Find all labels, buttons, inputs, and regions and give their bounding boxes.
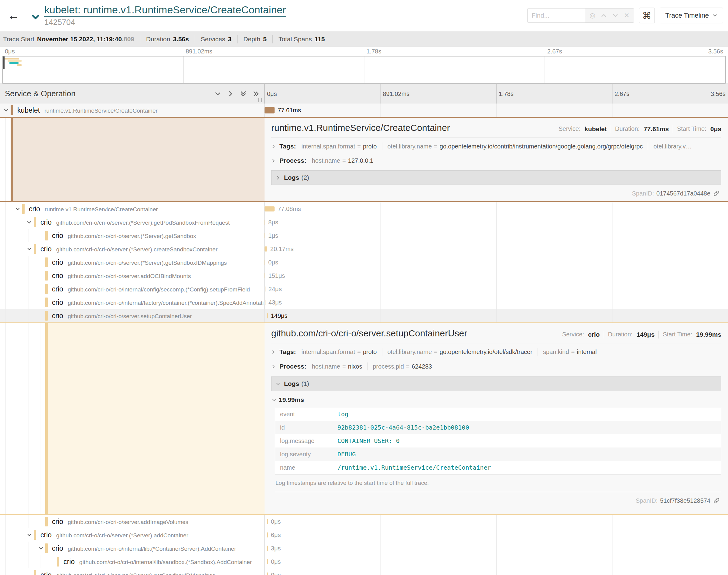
span-name-cell[interactable]: criogithub.com/cri-o/cri-o/server.(*Serv… <box>0 242 265 256</box>
span-name-cell[interactable]: crioruntime.v1.RuntimeService/CreateCont… <box>0 202 265 215</box>
keyboard-shortcuts-button[interactable]: ⌘ <box>639 8 655 23</box>
service-name[interactable]: crio <box>52 518 63 526</box>
span-duration-bar[interactable] <box>267 559 268 564</box>
service-name[interactable]: crio <box>52 544 63 552</box>
span-row[interactable]: criogithub.com/cri-o/cri-o/server.(*Serv… <box>0 229 728 242</box>
service-name[interactable]: crio <box>52 272 63 280</box>
service-name[interactable]: kubelet <box>17 106 40 114</box>
trace-view-selector[interactable]: Trace Timeline <box>660 8 723 23</box>
span-duration-bar[interactable] <box>265 107 274 113</box>
span-name-cell[interactable]: criogithub.com/cri-o/cri-o/server.(*Serv… <box>0 528 265 542</box>
span-row[interactable]: crioruntime.v1.RuntimeService/CreateCont… <box>0 202 728 215</box>
span-name-cell[interactable]: criogithub.com/cri-o/cri-o/server.(*Serv… <box>0 256 265 269</box>
span-row[interactable]: criogithub.com/cri-o/cri-o/server.(*Serv… <box>0 528 728 542</box>
span-timeline-cell[interactable]: 8μs <box>265 215 728 229</box>
service-name[interactable]: crio <box>40 245 52 253</box>
find-input[interactable] <box>528 8 585 23</box>
span-timeline-cell[interactable]: 0μs <box>265 568 728 575</box>
span-duration-bar[interactable] <box>265 273 265 278</box>
service-name[interactable]: crio <box>29 205 40 213</box>
span-row[interactable]: criogithub.com/cri-o/cri-o/internal/fact… <box>0 296 728 309</box>
span-row[interactable]: criogithub.com/cri-o/cri-o/server.setupC… <box>0 309 728 323</box>
chevron-right-icon[interactable] <box>227 91 234 97</box>
tags-accordion[interactable]: Tags: internal.span.format=protootel.lib… <box>271 345 721 359</box>
span-timeline-cell[interactable]: 77.61ms <box>265 104 728 117</box>
link-icon[interactable] <box>713 497 720 504</box>
service-name[interactable]: crio <box>52 232 63 240</box>
span-name-cell[interactable]: criogithub.com/cri-o/cri-o/internal/lib/… <box>0 555 265 568</box>
span-timeline-cell[interactable]: 1μs <box>265 229 728 242</box>
span-row[interactable]: criogithub.com/cri-o/cri-o/server.(*Serv… <box>0 215 728 229</box>
span-timeline-cell[interactable]: 43μs <box>265 296 728 309</box>
minimap-scrubber[interactable] <box>3 57 5 69</box>
span-row[interactable]: criogithub.com/cri-o/cri-o/server.(*Serv… <box>0 256 728 269</box>
expand-chevron-icon[interactable] <box>14 206 21 212</box>
span-duration-bar[interactable] <box>267 533 268 538</box>
log-entry-toggle[interactable]: 19.99ms <box>272 396 721 403</box>
span-name-cell[interactable]: criogithub.com/cri-o/cri-o/server.setupC… <box>0 309 265 323</box>
chevron-down-icon[interactable] <box>214 91 221 97</box>
span-row[interactable]: criogithub.com/cri-o/cri-o/internal/lib/… <box>0 555 728 568</box>
service-name[interactable]: crio <box>40 218 52 226</box>
span-duration-bar[interactable] <box>267 519 268 524</box>
span-duration-bar[interactable] <box>265 260 265 265</box>
span-timeline-cell[interactable]: 77.08ms <box>265 202 728 215</box>
collapse-header-chevron-icon[interactable] <box>31 12 40 22</box>
clear-search-icon[interactable]: ✕ <box>624 12 629 19</box>
span-name-cell[interactable]: kubeletruntime.v1.RuntimeService/CreateC… <box>0 104 265 117</box>
service-name[interactable]: crio <box>52 258 63 266</box>
logs-accordion[interactable]: Logs (2) <box>271 170 721 185</box>
column-resizer-handle[interactable] <box>258 98 262 102</box>
span-duration-bar[interactable] <box>267 573 268 575</box>
chevron-up-icon[interactable] <box>601 12 607 19</box>
expand-chevron-icon[interactable] <box>37 546 44 551</box>
service-name[interactable]: crio <box>40 531 52 539</box>
span-timeline-cell[interactable]: 149μs <box>265 309 728 323</box>
service-name[interactable]: crio <box>52 298 63 306</box>
span-row[interactable]: criogithub.com/cri-o/cri-o/internal/lib.… <box>0 542 728 555</box>
chevron-down-icon[interactable] <box>612 12 618 19</box>
span-duration-bar[interactable] <box>265 286 265 292</box>
span-name-cell[interactable]: criogithub.com/cri-o/cri-o/server.(*Serv… <box>0 229 265 242</box>
span-timeline-cell[interactable]: 20.17ms <box>265 242 728 256</box>
span-name-cell[interactable]: criogithub.com/cri-o/cri-o/server.(*Serv… <box>0 215 265 229</box>
service-name[interactable]: crio <box>52 285 63 293</box>
expand-chevron-icon[interactable] <box>26 220 33 225</box>
process-accordion[interactable]: Process: host.name=nixosprocess.pid=6242… <box>271 359 721 374</box>
span-timeline-cell[interactable]: 3μs <box>265 542 728 555</box>
span-duration-bar[interactable] <box>265 206 274 212</box>
span-name-cell[interactable]: criogithub.com/cri-o/cri-o/server.(*Serv… <box>0 568 265 575</box>
service-name[interactable]: crio <box>40 571 52 575</box>
span-timeline-cell[interactable]: 24μs <box>265 282 728 296</box>
span-timeline-cell[interactable]: 6μs <box>265 528 728 542</box>
span-duration-bar[interactable] <box>265 220 265 225</box>
span-name-cell[interactable]: criogithub.com/cri-o/cri-o/internal/fact… <box>0 296 265 309</box>
span-name-cell[interactable]: criogithub.com/cri-o/cri-o/server.addIma… <box>0 515 265 528</box>
span-name-cell[interactable]: criogithub.com/cri-o/cri-o/internal/conf… <box>0 282 265 296</box>
span-row[interactable]: criogithub.com/cri-o/cri-o/server.(*Serv… <box>0 568 728 575</box>
trace-title-link[interactable]: kubelet: runtime.v1.RuntimeService/Creat… <box>44 4 286 17</box>
span-timeline-cell[interactable]: 0μs <box>265 555 728 568</box>
span-row[interactable]: criogithub.com/cri-o/cri-o/internal/conf… <box>0 282 728 296</box>
span-row[interactable]: criogithub.com/cri-o/cri-o/server.addIma… <box>0 515 728 528</box>
span-timeline-cell[interactable]: 0μs <box>265 256 728 269</box>
process-accordion[interactable]: Process: host.name=127.0.0.1 <box>271 154 721 168</box>
span-duration-bar[interactable] <box>267 313 268 318</box>
double-chevron-right-icon[interactable] <box>253 91 259 97</box>
expand-chevron-icon[interactable] <box>26 246 33 252</box>
back-arrow-icon[interactable]: ← <box>5 9 22 22</box>
tags-accordion[interactable]: Tags: internal.span.format=protootel.lib… <box>271 139 721 154</box>
service-name[interactable]: crio <box>64 558 75 566</box>
span-row[interactable]: criogithub.com/cri-o/cri-o/server.(*Serv… <box>0 242 728 256</box>
span-timeline-cell[interactable]: 151μs <box>265 269 728 282</box>
span-name-cell[interactable]: criogithub.com/cri-o/cri-o/internal/lib.… <box>0 542 265 555</box>
span-duration-bar[interactable] <box>267 546 268 551</box>
span-timeline-cell[interactable]: 0μs <box>265 515 728 528</box>
span-duration-bar[interactable] <box>265 233 265 238</box>
expand-chevron-icon[interactable] <box>2 108 10 113</box>
double-chevron-down-icon[interactable] <box>240 91 246 97</box>
minimap-canvas[interactable] <box>2 56 726 83</box>
service-name[interactable]: crio <box>52 312 63 320</box>
span-row[interactable]: kubeletruntime.v1.RuntimeService/CreateC… <box>0 104 728 118</box>
locate-icon[interactable]: ◎ <box>590 12 595 19</box>
